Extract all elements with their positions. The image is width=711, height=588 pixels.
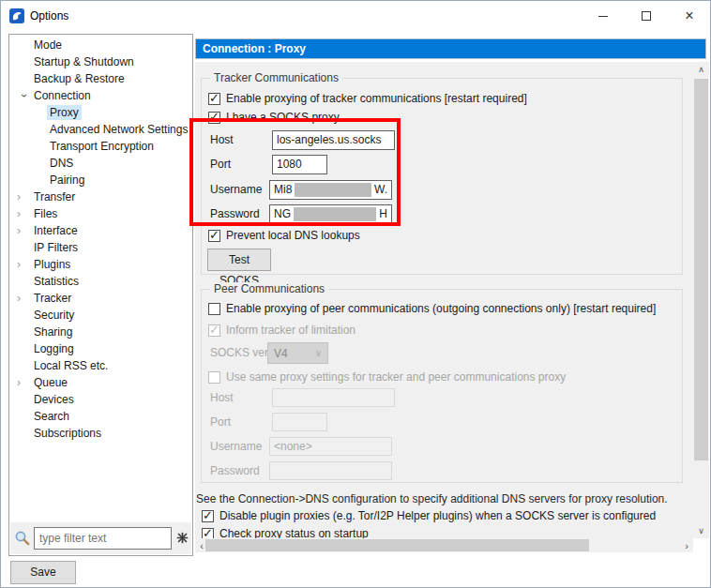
vertical-scrollbar[interactable]: ∧ ∨ xyxy=(693,62,709,538)
password-label: Password xyxy=(210,207,260,220)
sidebar-item-proxy[interactable]: › Proxy xyxy=(9,104,191,121)
host-label: Host xyxy=(210,133,234,146)
maximize-icon xyxy=(642,11,651,21)
vuze-logo-icon xyxy=(9,8,24,23)
chevron-icon[interactable]: › xyxy=(17,190,31,204)
page-title: Connection : Proxy xyxy=(195,38,706,59)
port-input[interactable]: 1080 xyxy=(272,155,327,174)
sidebar-item-sharing[interactable]: › Sharing xyxy=(9,324,191,340)
sidebar-item-transport-encryption[interactable]: › Transport Encryption xyxy=(9,138,191,155)
sidebar-item-advanced-network-settings[interactable]: › Advanced Network Settings xyxy=(9,121,191,138)
chevron-icon[interactable]: › xyxy=(17,292,31,305)
close-icon: × xyxy=(685,8,693,23)
peer-password-label: Password xyxy=(210,464,260,477)
sidebar-item-local-rss-etc[interactable]: › Local RSS etc. xyxy=(9,357,191,374)
chevron-down-icon: ∨ xyxy=(315,348,322,358)
scroll-up-icon[interactable]: ∧ xyxy=(693,62,709,77)
use-same-proxy-row: Use same proxy settings for tracker and … xyxy=(208,370,566,384)
port-label: Port xyxy=(210,158,231,171)
chevron-icon[interactable]: › xyxy=(17,224,31,237)
scroll-down-icon[interactable]: ∨ xyxy=(693,523,709,538)
chevron-icon[interactable]: › xyxy=(17,207,31,220)
peer-port-label: Port xyxy=(210,415,231,429)
save-button[interactable]: Save xyxy=(10,561,76,584)
peer-port-input xyxy=(272,413,327,431)
disable-plugin-proxies-label: Disable plugin proxies (e.g. Tor/I2P Hel… xyxy=(219,509,656,522)
peer-communications-group: Peer Communications Enable proxying of p… xyxy=(201,289,683,483)
prevent-dns-label: Prevent local DNS lookups xyxy=(226,229,360,242)
check-proxy-status-row: Check proxy status on startup xyxy=(202,527,369,538)
sidebar-item-statistics[interactable]: › Statistics xyxy=(9,273,191,290)
search-icon xyxy=(14,530,31,547)
enable-peer-proxy-row: Enable proxying of peer communications (… xyxy=(208,302,656,315)
peer-host-label: Host xyxy=(210,391,234,404)
horizontal-scrollbar[interactable]: ‹ › xyxy=(195,538,693,552)
sidebar-item-logging[interactable]: › Logging xyxy=(9,340,191,357)
options-sidebar: › Mode › Startup & Shutdown › Backup & R… xyxy=(8,34,193,556)
chevron-icon[interactable]: › xyxy=(17,376,31,389)
clear-filter-icon[interactable] xyxy=(176,532,189,544)
filter-input[interactable] xyxy=(34,527,172,550)
prevent-dns-checkbox[interactable] xyxy=(208,230,220,242)
enable-peer-proxy-label: Enable proxying of peer communications (… xyxy=(226,302,656,315)
have-socks-checkbox[interactable] xyxy=(208,112,220,124)
peer-group-title: Peer Communications xyxy=(210,282,328,295)
disable-plugin-proxies-checkbox[interactable] xyxy=(202,510,214,522)
window-title: Options xyxy=(30,1,68,31)
enable-tracker-proxy-label: Enable proxying of tracker communication… xyxy=(226,92,527,105)
vertical-scrollbar-thumb[interactable] xyxy=(694,79,708,460)
socks-version-dropdown: V4 ∨ xyxy=(267,342,328,364)
check-proxy-status-checkbox[interactable] xyxy=(202,528,214,539)
sidebar-item-pairing[interactable]: › Pairing xyxy=(9,172,191,188)
maximize-button[interactable] xyxy=(625,1,668,31)
sidebar-item-files[interactable]: › Files xyxy=(9,205,191,222)
check-proxy-status-label: Check proxy status on startup xyxy=(219,527,369,538)
sidebar-item-interface[interactable]: › Interface xyxy=(9,222,191,239)
use-same-proxy-label: Use same proxy settings for tracker and … xyxy=(226,370,566,384)
password-input[interactable]: NG H xyxy=(269,204,392,224)
sidebar-item-search[interactable]: › Search xyxy=(9,408,191,425)
sidebar-item-connection[interactable]: › Connection xyxy=(9,87,191,104)
sidebar-item-subscriptions[interactable]: › Subscriptions xyxy=(9,425,191,442)
sidebar-item-startup-shutdown[interactable]: › Startup & Shutdown xyxy=(9,53,191,70)
titlebar: Options × xyxy=(1,1,711,31)
options-tree: › Mode › Startup & Shutdown › Backup & R… xyxy=(9,37,191,442)
peer-username-input: <none> xyxy=(269,437,392,456)
have-socks-label: I have a SOCKS proxy xyxy=(226,111,340,124)
sidebar-item-transfer[interactable]: › Transfer xyxy=(9,188,191,205)
filter-bar xyxy=(10,522,191,554)
sidebar-item-security[interactable]: › Security xyxy=(9,307,191,324)
enable-peer-proxy-checkbox[interactable] xyxy=(208,303,220,315)
sidebar-item-mode[interactable]: › Mode xyxy=(9,37,191,53)
peer-password-input xyxy=(269,461,392,480)
scroll-right-icon[interactable]: › xyxy=(680,538,693,552)
sidebar-item-queue[interactable]: › Queue xyxy=(9,374,191,391)
sidebar-item-ip-filters[interactable]: › IP Filters xyxy=(9,239,191,256)
settings-viewport: Tracker Communications Enable proxying o… xyxy=(195,62,693,538)
test-socks-button[interactable]: Test SOCKS xyxy=(207,249,271,271)
have-socks-row: I have a SOCKS proxy xyxy=(208,111,340,124)
close-button[interactable]: × xyxy=(668,1,711,31)
disable-plugin-proxies-row: Disable plugin proxies (e.g. Tor/I2P Hel… xyxy=(202,509,656,522)
enable-tracker-proxy-row: Enable proxying of tracker communication… xyxy=(208,92,527,105)
username-redaction xyxy=(295,183,371,197)
minimize-button[interactable] xyxy=(582,1,625,31)
enable-tracker-proxy-checkbox[interactable] xyxy=(208,93,220,105)
host-input[interactable]: los-angeles.us.socks xyxy=(272,130,395,150)
minimize-icon xyxy=(598,16,608,17)
options-window: Options × › Mode › Startup & Shutdown › xyxy=(0,0,711,588)
sidebar-item-backup-restore[interactable]: › Backup & Restore xyxy=(9,70,191,87)
sidebar-item-devices[interactable]: › Devices xyxy=(9,391,191,408)
horizontal-scrollbar-thumb[interactable] xyxy=(205,539,589,551)
sidebar-item-plugins[interactable]: › Plugins xyxy=(9,256,191,273)
chevron-icon[interactable]: › xyxy=(18,89,31,103)
inform-tracker-label: Inform tracker of limitation xyxy=(226,324,356,337)
tracker-group-title: Tracker Communications xyxy=(210,71,342,84)
username-input[interactable]: Mi8 W. xyxy=(269,180,392,200)
password-redaction xyxy=(294,207,376,221)
sidebar-item-dns[interactable]: › DNS xyxy=(9,155,191,172)
dns-note: See the Connection->DNS configuration to… xyxy=(196,492,668,505)
sidebar-item-tracker[interactable]: › Tracker xyxy=(9,290,191,307)
inform-tracker-row: Inform tracker of limitation xyxy=(208,324,356,337)
chevron-icon[interactable]: › xyxy=(17,258,31,271)
